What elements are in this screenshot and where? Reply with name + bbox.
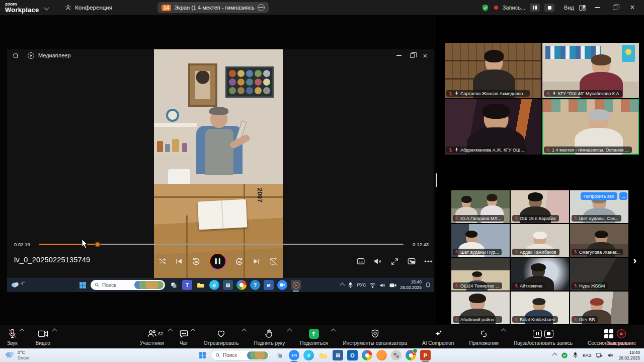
participant-tile[interactable]: Айтхожина	[511, 258, 569, 291]
volume-muted-icon[interactable]	[373, 257, 382, 266]
shared-clock[interactable]: 15:4026.02.2025	[400, 279, 422, 290]
zoom-app-icon[interactable]	[277, 280, 287, 290]
participant-tile-active-speaker[interactable]: 1 4 мектеп - гимназиясы. Оспанов ...	[542, 99, 639, 155]
start-button-icon[interactable]	[198, 351, 207, 359]
participant-tile[interactable]: Абдрахманова А.Ж. КГУ ОШ...	[445, 99, 541, 155]
react-button[interactable]: Отреагировать	[204, 325, 239, 349]
subtitles-icon[interactable]	[356, 257, 365, 266]
pause-button[interactable]	[209, 253, 226, 270]
audio-button[interactable]: Звук	[7, 325, 18, 349]
participant-tile[interactable]: Попросить вкл ... Шет ауданы, Сәк...	[570, 190, 628, 223]
notification-bell-icon[interactable]	[425, 282, 431, 288]
participant-tile[interactable]: Ю.А.Гагарина МЛ...	[451, 190, 510, 223]
taskbar-clock[interactable]: 15:4026.02.2025	[618, 350, 640, 360]
seek-bar[interactable]	[39, 244, 404, 245]
participant-tile[interactable]: Смагулова Жанаг...	[570, 224, 628, 257]
display-pen-icon[interactable]	[596, 352, 603, 358]
participant-tile[interactable]: Bolat Koldasbaev	[511, 292, 569, 324]
edge-icon[interactable]: e	[303, 350, 314, 360]
outlook-icon[interactable]: O	[347, 350, 358, 360]
shared-search-box[interactable]: Поиск	[91, 280, 165, 290]
player-minimize-button[interactable]	[392, 51, 406, 60]
zoom-app-icon[interactable]: zm	[289, 350, 299, 360]
start-button-icon[interactable]	[78, 281, 87, 289]
rewind-10-icon[interactable]: 10	[192, 257, 201, 266]
task-view-icon[interactable]	[169, 280, 179, 290]
ai-companion-button[interactable]: AI Companion	[422, 325, 454, 349]
next-page-chevron[interactable]: ›	[633, 254, 636, 267]
shared-tray-expand-icon[interactable]	[340, 282, 345, 287]
shared-weather-widget[interactable]: * * -1°	[10, 281, 25, 289]
record-controls-button[interactable]: Пауза/остановить запись	[514, 325, 573, 349]
minimize-button[interactable]	[591, 3, 604, 12]
chrome-profile-icon[interactable]	[406, 350, 416, 360]
fullscreen-icon[interactable]	[390, 257, 399, 266]
participant-tile[interactable]: КГУ "ОШ 46" Мусабекова К.А	[542, 43, 639, 98]
next-icon[interactable]	[253, 257, 261, 265]
video-button[interactable]: Видео	[36, 325, 50, 349]
powerpoint-icon[interactable]: P	[420, 350, 431, 360]
previous-icon[interactable]	[175, 257, 183, 265]
help-app-icon[interactable]: ?	[250, 280, 260, 290]
participant-tile[interactable]: ОШ24 Темиртау ...	[451, 258, 510, 291]
taskbar-search-box[interactable]: Поиск	[211, 350, 270, 360]
player-restore-button[interactable]	[406, 51, 419, 60]
shuffle-icon[interactable]	[158, 257, 167, 265]
chevron-down-icon[interactable]	[44, 5, 49, 10]
participant-tile[interactable]: ОШ 15 п.Карабас	[511, 190, 569, 223]
store-icon[interactable]: ⊞	[223, 280, 233, 290]
ask-to-unmute-button[interactable]: Попросить вкл	[581, 192, 617, 200]
store-icon[interactable]: ⊞	[333, 350, 343, 360]
share-button[interactable]: Поделиться	[300, 325, 328, 349]
shared-mic-icon[interactable]	[348, 282, 353, 288]
player-close-button[interactable]: ×	[419, 51, 432, 60]
apps-button[interactable]: Приложения	[469, 325, 499, 349]
seek-handle[interactable]	[95, 242, 100, 247]
more-options-icon[interactable]: •••	[424, 258, 433, 265]
media-player-taskbar-icon[interactable]	[291, 280, 301, 290]
participant-tile[interactable]: Шет ауданы Нұр...	[451, 224, 510, 257]
chat-button[interactable]: Чат	[179, 325, 189, 349]
file-explorer-icon[interactable]	[196, 280, 206, 290]
edu-app-icon[interactable]: м	[264, 280, 274, 290]
gallery-scrollbar[interactable]	[436, 173, 437, 187]
security-shield-icon[interactable]	[481, 4, 490, 12]
teams-icon[interactable]: T	[182, 280, 192, 290]
task-view-icon[interactable]	[274, 350, 285, 360]
weather-widget[interactable]: ** 0°CSnow	[4, 350, 29, 360]
pet-app-icon[interactable]: 🐾	[391, 350, 401, 360]
chrome-icon[interactable]	[362, 350, 372, 360]
repeat-off-icon[interactable]	[269, 257, 278, 266]
host-tools-button[interactable]: Инструменты организатора	[343, 325, 407, 349]
tray-speaker-icon[interactable]	[607, 352, 614, 358]
home-icon[interactable]	[12, 52, 19, 59]
file-explorer-icon[interactable]	[318, 350, 329, 360]
participant-tile[interactable]: Абайский район ...	[451, 292, 510, 324]
tray-mic-icon[interactable]	[573, 352, 578, 358]
forward-30-icon[interactable]: 30	[235, 257, 244, 266]
stop-recording-button[interactable]	[544, 4, 554, 12]
tab-options-icon[interactable]: •••	[258, 4, 265, 11]
tab-meeting[interactable]: Конференция	[64, 4, 112, 12]
wifi-icon[interactable]	[369, 282, 376, 288]
tile-more-button[interactable]: ...	[619, 192, 627, 200]
shared-language-indicator[interactable]: РУС	[357, 282, 366, 287]
raise-hand-button[interactable]: Поднять руку	[254, 325, 285, 349]
view-layout-icon[interactable]	[579, 4, 586, 12]
participants-button[interactable]: 62 Участники	[140, 325, 164, 349]
edge-icon[interactable]: e	[209, 280, 219, 290]
mini-player-icon[interactable]	[407, 257, 416, 266]
defender-icon[interactable]	[561, 352, 568, 359]
close-button[interactable]: ×	[626, 3, 639, 12]
speaker-icon[interactable]	[379, 282, 386, 288]
firefox-icon[interactable]	[376, 350, 387, 360]
restore-button[interactable]	[608, 3, 621, 12]
tray-expand-icon[interactable]	[552, 353, 557, 358]
camera-tray-icon[interactable]	[389, 282, 396, 288]
language-indicator[interactable]: КАЗ	[583, 352, 592, 358]
pause-recording-button[interactable]	[530, 4, 540, 12]
chrome-icon[interactable]	[236, 280, 247, 290]
participant-tile[interactable]: Ардак Тажибеков	[511, 224, 569, 257]
tab-screen-share[interactable]: 14 Экран (1 4 мектеп - гимназиясь •••	[157, 2, 269, 13]
end-meeting-button[interactable]: × Завершение	[607, 325, 636, 349]
